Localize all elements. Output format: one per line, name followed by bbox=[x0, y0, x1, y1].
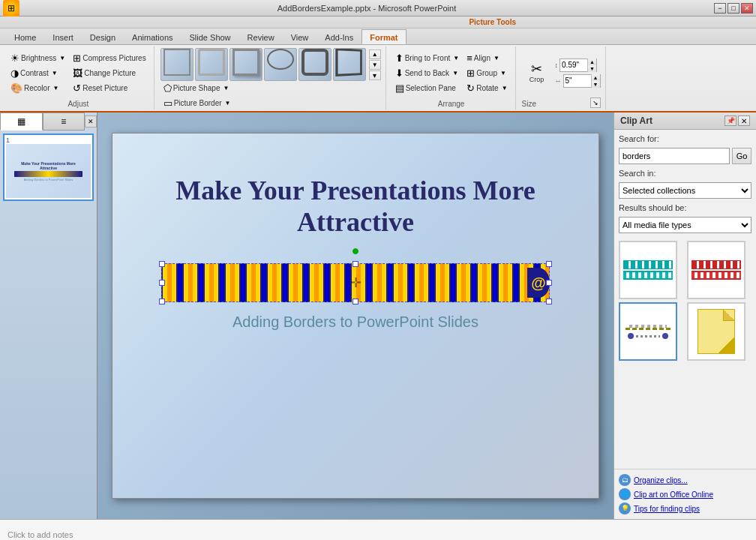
tab-home[interactable]: Home bbox=[6, 29, 44, 44]
office-online-link[interactable]: 🌐 Clip art on Office Online bbox=[619, 488, 752, 500]
arrange-right-col: ≡ Align ▼ ⊞ Group ▼ ↻ Rotate ▼ bbox=[464, 51, 510, 95]
arrange-left-col: ⬆ Bring to Front ▼ ⬇ Send to Back ▼ ▤ Se… bbox=[392, 51, 463, 95]
align-icon: ≡ bbox=[466, 52, 472, 64]
picture-styles-scroll: ▲ ▼ ▾ bbox=[369, 50, 381, 80]
organize-clips-link[interactable]: 🗂 Organize clips... bbox=[619, 474, 752, 486]
tab-format[interactable]: Format bbox=[362, 29, 406, 44]
page-fold bbox=[723, 310, 734, 321]
picture-style-5[interactable] bbox=[298, 48, 332, 81]
handle-bottom-middle[interactable] bbox=[352, 298, 358, 304]
width-down[interactable]: ▼ bbox=[591, 81, 600, 88]
handle-middle-left[interactable] bbox=[159, 280, 165, 286]
slide-editing-area[interactable]: Make Your Presentations More Attractive … bbox=[98, 112, 614, 519]
dot1 bbox=[628, 333, 634, 339]
tab-review[interactable]: Review bbox=[239, 29, 283, 44]
change-picture-button[interactable]: 🖼 Change Picture bbox=[70, 66, 148, 80]
height-input[interactable] bbox=[560, 59, 587, 71]
align-button[interactable]: ≡ Align ▼ bbox=[464, 51, 510, 65]
recolor-button[interactable]: 🎨 Recolor ▼ bbox=[8, 81, 68, 95]
picture-border-button[interactable]: ▭ Picture Border ▼ bbox=[160, 96, 234, 110]
search-for-label: Search for: bbox=[619, 134, 752, 143]
handle-top-middle[interactable] bbox=[352, 261, 358, 267]
handle-top-left[interactable] bbox=[159, 261, 165, 267]
height-spinner: ▲ ▼ bbox=[560, 58, 597, 72]
handle-middle-right[interactable] bbox=[546, 280, 552, 286]
clip-art-pin[interactable]: 📌 bbox=[724, 116, 736, 126]
adjust-left-col: ☀ Brightness ▼ ◑ Contrast ▼ 🎨 Recolor ▼ bbox=[8, 51, 68, 95]
picture-shape-button[interactable]: ⬠ Picture Shape ▼ bbox=[160, 81, 234, 95]
styles-scroll-up[interactable]: ▲ bbox=[369, 50, 381, 59]
adjust-group: ☀ Brightness ▼ ◑ Contrast ▼ 🎨 Recolor ▼ … bbox=[3, 46, 154, 110]
clip-result-4[interactable] bbox=[687, 302, 746, 361]
picture-style-3[interactable] bbox=[230, 48, 262, 81]
clip-art-panel: Clip Art 📌 ✕ Search for: Go Search in: S… bbox=[614, 112, 756, 519]
rotate-handle[interactable] bbox=[352, 248, 358, 254]
reset-picture-button[interactable]: ↺ Reset Picture bbox=[70, 81, 148, 95]
picture-shape-icon: ⬠ bbox=[164, 82, 172, 94]
clip-result-1[interactable] bbox=[619, 241, 677, 299]
picture-style-6[interactable] bbox=[333, 48, 366, 81]
clip-result-1-content bbox=[620, 257, 676, 283]
width-up[interactable]: ▲ bbox=[591, 74, 600, 81]
tab-design[interactable]: Design bbox=[82, 29, 124, 44]
picture-style-1[interactable] bbox=[160, 48, 194, 81]
bring-to-front-button[interactable]: ⬆ Bring to Front ▼ bbox=[392, 51, 463, 65]
outline-tab[interactable]: ≡ bbox=[43, 112, 86, 130]
border-clipart-element[interactable]: @ ✛ @ bbox=[161, 263, 550, 302]
crop-button[interactable]: ✂ Crop bbox=[522, 60, 552, 86]
bring-front-icon: ⬆ bbox=[395, 52, 404, 64]
styles-more[interactable]: ▾ bbox=[369, 70, 381, 80]
picture-style-4[interactable] bbox=[264, 48, 297, 81]
tab-view[interactable]: View bbox=[283, 29, 317, 44]
picture-styles-content: ▲ ▼ ▾ bbox=[160, 48, 381, 81]
picture-styles-group: ▲ ▼ ▾ ⬠ Picture Shape ▼ ▭ Picture Border… bbox=[156, 46, 386, 110]
handle-bottom-right[interactable] bbox=[546, 298, 552, 304]
send-to-back-button[interactable]: ⬇ Send to Back ▼ bbox=[392, 66, 463, 80]
width-input[interactable] bbox=[564, 75, 591, 87]
slide-thumb-1[interactable]: 1 Make Your Presentations More Attractiv… bbox=[3, 134, 94, 201]
arrange-group-label: Arrange bbox=[438, 98, 465, 108]
height-up[interactable]: ▲ bbox=[587, 58, 596, 65]
handle-bottom-left[interactable] bbox=[159, 298, 165, 304]
panel-close[interactable]: ✕ bbox=[85, 116, 97, 128]
size-expand[interactable]: ↘ bbox=[590, 98, 601, 108]
dot-pattern bbox=[629, 325, 667, 328]
teal-border-preview bbox=[623, 260, 673, 269]
notes-area[interactable]: Click to add notes bbox=[0, 519, 756, 540]
slides-tab[interactable]: ▦ bbox=[0, 112, 43, 130]
styles-scroll-down[interactable]: ▼ bbox=[369, 60, 381, 70]
results-grid bbox=[619, 241, 752, 361]
clip-art-header-buttons: 📌 ✕ bbox=[724, 116, 750, 126]
handle-top-right[interactable] bbox=[546, 261, 552, 267]
clip-art-close[interactable]: ✕ bbox=[738, 116, 750, 126]
selection-pane-button[interactable]: ▤ Selection Pane bbox=[392, 81, 463, 95]
search-in-dropdown[interactable]: Selected collections bbox=[619, 182, 752, 199]
organize-icon: 🗂 bbox=[619, 474, 631, 486]
tab-animations[interactable]: Animations bbox=[124, 29, 181, 44]
contrast-dropdown-arrow: ▼ bbox=[52, 70, 58, 76]
organize-text: Organize clips... bbox=[634, 476, 688, 484]
size-controls: ✂ Crop ↕ ▲ ▼ bbox=[522, 58, 601, 88]
rotate-button[interactable]: ↻ Rotate ▼ bbox=[464, 81, 510, 95]
tab-slideshow[interactable]: Slide Show bbox=[182, 29, 239, 44]
clip-result-3[interactable] bbox=[619, 302, 677, 361]
clip-result-2[interactable] bbox=[687, 241, 746, 299]
results-dropdown[interactable]: All media file types bbox=[619, 217, 752, 233]
close-button[interactable]: ✕ bbox=[741, 3, 753, 14]
office-logo[interactable]: ⊞ bbox=[3, 0, 20, 16]
picture-style-2[interactable] bbox=[195, 48, 228, 81]
maximize-button[interactable]: □ bbox=[728, 3, 740, 14]
search-input[interactable] bbox=[619, 148, 730, 164]
slide-title: Make Your Presentations More Attractive bbox=[135, 175, 576, 238]
tips-link[interactable]: 💡 Tips for finding clips bbox=[619, 502, 752, 514]
height-down[interactable]: ▼ bbox=[587, 65, 596, 72]
minimize-button[interactable]: − bbox=[714, 3, 726, 14]
group-button[interactable]: ⊞ Group ▼ bbox=[464, 66, 510, 80]
go-button[interactable]: Go bbox=[732, 148, 752, 164]
brightness-button[interactable]: ☀ Brightness ▼ bbox=[8, 51, 68, 65]
brightness-dropdown-arrow: ▼ bbox=[59, 55, 65, 62]
contrast-button[interactable]: ◑ Contrast ▼ bbox=[8, 66, 68, 80]
tab-insert[interactable]: Insert bbox=[44, 29, 82, 44]
compress-pictures-button[interactable]: ⊞ Compress Pictures bbox=[70, 51, 148, 65]
tab-addins[interactable]: Add-Ins bbox=[316, 29, 362, 44]
